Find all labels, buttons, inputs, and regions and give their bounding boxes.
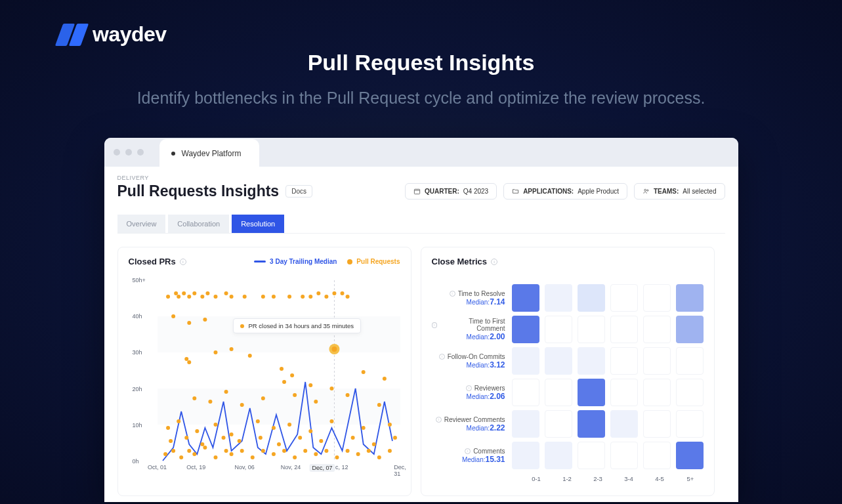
svg-point-38 bbox=[290, 373, 294, 377]
svg-point-57 bbox=[255, 419, 259, 423]
folder-icon bbox=[512, 188, 519, 195]
heatmap-cell[interactable] bbox=[578, 442, 605, 469]
heatmap-cell[interactable] bbox=[610, 347, 638, 375]
heatmap-cell[interactable] bbox=[512, 442, 539, 469]
heatmap-cell[interactable] bbox=[643, 284, 671, 312]
heatmap-cell[interactable] bbox=[676, 284, 704, 312]
info-icon[interactable]: i bbox=[180, 259, 186, 265]
x-tick: c, 12 bbox=[335, 464, 348, 471]
svg-point-40 bbox=[329, 387, 333, 390]
info-icon[interactable]: i bbox=[436, 417, 442, 423]
heatmap-row: i Reviewer CommentsMedian:2.22 bbox=[432, 408, 704, 440]
heatmap-cell[interactable] bbox=[610, 284, 638, 312]
x-tick: Oct, 19 bbox=[186, 464, 205, 471]
heatmap-cell[interactable] bbox=[578, 379, 605, 406]
filter-applications[interactable]: APPLICATIONS:Apple Product bbox=[503, 183, 627, 200]
heatmap-x-label: 0-1 bbox=[524, 475, 549, 482]
heatmap-x-label: 3-4 bbox=[616, 475, 642, 482]
close-metrics-heatmap[interactable]: i Time to ResolveMedian:7.14i Time to Fi… bbox=[432, 282, 704, 482]
info-icon[interactable]: i bbox=[491, 259, 497, 265]
heatmap-row: i Time to First CommentMedian:2.00 bbox=[432, 314, 704, 345]
info-icon[interactable]: i bbox=[432, 322, 438, 328]
tooltip-dot-icon bbox=[240, 324, 244, 328]
svg-point-6 bbox=[166, 295, 170, 299]
heatmap-cell[interactable] bbox=[643, 410, 671, 438]
svg-point-94 bbox=[277, 442, 281, 446]
svg-point-74 bbox=[250, 455, 254, 459]
svg-point-82 bbox=[335, 455, 339, 459]
heatmap-cell[interactable] bbox=[578, 410, 605, 438]
svg-point-12 bbox=[200, 295, 204, 299]
heatmap-cell[interactable] bbox=[676, 379, 704, 406]
svg-point-13 bbox=[205, 291, 209, 295]
svg-point-58 bbox=[271, 426, 275, 430]
heatmap-cell[interactable] bbox=[545, 284, 572, 312]
info-icon[interactable]: i bbox=[450, 291, 455, 297]
heatmap-cell[interactable] bbox=[545, 316, 572, 343]
tab-dot-icon bbox=[171, 152, 175, 156]
svg-point-83 bbox=[345, 449, 349, 453]
svg-point-54 bbox=[195, 429, 199, 433]
heatmap-cell[interactable] bbox=[545, 410, 572, 438]
heatmap-cell[interactable] bbox=[610, 316, 638, 343]
heatmap-cell[interactable] bbox=[512, 316, 539, 343]
svg-point-45 bbox=[224, 390, 228, 394]
filter-quarter[interactable]: QUARTER: Q4 2023 bbox=[405, 183, 497, 200]
closed-prs-chart[interactable]: 50h+40h30h20h10h0h PR closed in 34 hours… bbox=[133, 280, 400, 473]
svg-point-97 bbox=[350, 436, 354, 440]
svg-point-22 bbox=[308, 295, 312, 299]
heatmap-row: i Follow-On CommitsMedian:3.12 bbox=[432, 345, 704, 377]
heatmap-cell[interactable] bbox=[643, 442, 671, 469]
heatmap-cell[interactable] bbox=[676, 442, 704, 469]
svg-point-15 bbox=[224, 291, 228, 295]
svg-point-32 bbox=[187, 360, 191, 364]
app-window: Waydev Platform DELIVERY Pull Requests I… bbox=[104, 138, 738, 502]
heatmap-cell[interactable] bbox=[610, 442, 638, 469]
docs-button[interactable]: Docs bbox=[285, 185, 312, 198]
hero-subtitle: Identify bottlenecks in the Pull Request… bbox=[0, 89, 842, 108]
window-controls[interactable] bbox=[114, 149, 144, 156]
heatmap-cell[interactable] bbox=[676, 316, 704, 343]
svg-point-78 bbox=[293, 455, 297, 459]
svg-point-19 bbox=[271, 295, 275, 299]
heatmap-cell[interactable] bbox=[643, 347, 671, 375]
heatmap-cell[interactable] bbox=[676, 410, 704, 438]
heatmap-cell[interactable] bbox=[610, 410, 638, 438]
svg-point-79 bbox=[303, 449, 307, 453]
heatmap-cell[interactable] bbox=[610, 379, 638, 406]
heatmap-cell[interactable] bbox=[643, 316, 671, 343]
heatmap-cell[interactable] bbox=[545, 442, 572, 469]
svg-point-86 bbox=[377, 455, 381, 459]
heatmap-cell[interactable] bbox=[545, 379, 572, 406]
svg-point-2 bbox=[647, 190, 648, 191]
tab-collaboration[interactable]: Collaboration bbox=[168, 215, 229, 233]
svg-rect-4 bbox=[158, 388, 400, 425]
y-tick: 10h bbox=[133, 422, 142, 429]
info-icon[interactable]: i bbox=[439, 354, 445, 360]
browser-tab[interactable]: Waydev Platform bbox=[159, 139, 260, 168]
heatmap-cell[interactable] bbox=[578, 316, 605, 343]
info-icon[interactable]: i bbox=[465, 448, 471, 454]
svg-point-93 bbox=[258, 436, 262, 440]
svg-point-9 bbox=[182, 291, 186, 295]
heatmap-cell[interactable] bbox=[545, 347, 572, 375]
heatmap-cell[interactable] bbox=[512, 379, 539, 406]
breadcrumb: DELIVERY bbox=[117, 175, 725, 181]
heatmap-cell[interactable] bbox=[676, 347, 704, 375]
filter-teams[interactable]: TEAMS:All selected bbox=[634, 183, 725, 200]
heatmap-cell[interactable] bbox=[512, 284, 539, 312]
tabs-row: OverviewCollaborationResolution bbox=[117, 215, 725, 234]
tab-overview[interactable]: Overview bbox=[117, 215, 166, 233]
heatmap-cell[interactable] bbox=[578, 347, 605, 375]
heatmap-cell[interactable] bbox=[512, 410, 539, 438]
svg-point-47 bbox=[261, 396, 264, 400]
svg-point-27 bbox=[345, 295, 349, 299]
tab-resolution[interactable]: Resolution bbox=[232, 215, 284, 233]
svg-point-89 bbox=[184, 436, 188, 440]
info-icon[interactable]: i bbox=[466, 385, 472, 391]
svg-point-14 bbox=[213, 295, 217, 299]
svg-point-66 bbox=[179, 455, 183, 459]
heatmap-cell[interactable] bbox=[578, 284, 605, 312]
heatmap-cell[interactable] bbox=[512, 347, 539, 375]
heatmap-cell[interactable] bbox=[643, 379, 671, 406]
